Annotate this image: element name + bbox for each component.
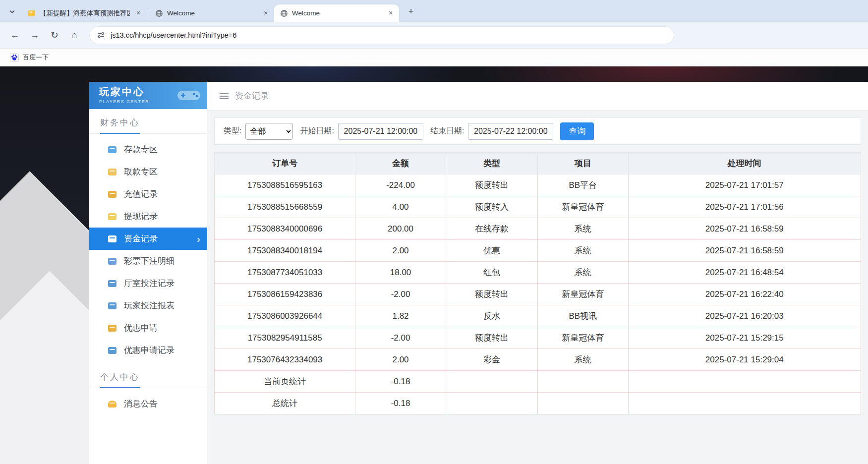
table-cell: 额度转出 [446,327,537,349]
menu-section-heading: 个人中心 [89,371,207,388]
sidebar-item-promo-records[interactable]: 优惠申请记录 [89,339,207,361]
table-cell: 在线存款 [446,218,537,240]
start-date-input[interactable] [338,123,423,140]
table-cell: 系统 [537,262,628,284]
back-button[interactable]: ← [6,26,24,44]
browser-tab-3-active[interactable]: Welcome × [274,4,399,22]
sidebar-item-recharge[interactable]: 充值记录 [89,183,207,205]
table-cell [628,371,861,393]
sidebar-item-label: 消息公告 [124,398,158,409]
end-date-label: 结束日期: [430,126,464,136]
sidebar-item-report[interactable]: 玩家投注报表 [89,294,207,317]
table-row: 17530764323340932.00彩金系统2025-07-21 15:29… [215,349,861,371]
tab-title: 【新提醒】海燕体育预测推荐区 [40,9,130,18]
browser-tab-2[interactable]: Welcome × [149,4,274,22]
table-cell: 2.00 [355,240,446,262]
table-cell: 额度转入 [446,196,537,218]
filter-bar: 类型: 全部 开始日期: 结束日期: 查询 [214,117,861,145]
table-cell: 2025-07-21 17:01:57 [628,174,861,196]
promo-icon [108,325,116,332]
tab-close-icon[interactable]: × [386,9,395,18]
table-cell: 彩金 [446,349,537,371]
sidebar-item-deposit[interactable]: 存款专区 [89,138,207,161]
table-cell [537,393,628,414]
site-info-icon[interactable] [97,31,105,39]
table-cell: 1753082954911585 [215,327,355,349]
sidebar-item-lottery[interactable]: 彩票下注明细 [89,250,207,272]
table-cell: 1753086003926644 [215,305,355,327]
chevron-down-icon [9,8,15,15]
table-cell: 系统 [537,349,628,371]
sidebar-item-cashout[interactable]: 提现记录 [89,205,207,228]
table-row: 1753088340000696200.00在线存款系统2025-07-21 1… [215,218,861,240]
table-cell: 2025-07-21 15:29:04 [628,349,861,371]
page-title: 资金记录 [235,90,269,102]
sidebar-item-label: 存款专区 [124,144,158,155]
table-row: 175308773405103318.00红包系统2025-07-21 16:4… [215,262,861,284]
table-cell: BB平台 [537,174,628,196]
table-cell [446,371,537,393]
funds-table: 订单号金额类型项目处理时间 1753088516595163-224.00额度转… [214,152,861,414]
table-cell: 2025-07-21 16:20:03 [628,305,861,327]
table-cell: BB视讯 [537,305,628,327]
sidebar-item-label: 资金记录 [124,233,158,244]
search-button[interactable]: 查询 [560,122,594,140]
promo-records-icon [108,347,116,354]
type-select[interactable]: 全部 [245,123,293,140]
sidebar-menu: 财务中心存款专区取款专区充值记录提现记录资金记录›彩票下注明细厅室投注记录玩家投… [89,109,207,417]
sidebar: 玩家中心 PLAYERS CENTER 财务中心存款专区取款专区充值记录提现记录… [89,82,207,464]
globe-icon [280,9,288,17]
table-cell: 新皇冠体育 [537,196,628,218]
table-cell: 1.82 [355,305,446,327]
table-cell: 2025-07-21 17:01:56 [628,196,861,218]
table-cell: -224.00 [355,174,446,196]
menu-toggle-icon[interactable] [220,93,229,99]
sidebar-item-label: 玩家投注报表 [124,300,174,311]
yellow-app-icon [28,9,36,17]
sidebar-item-promo[interactable]: 优惠申请 [89,317,207,339]
sidebar-item-withdraw[interactable]: 取款专区 [89,161,207,183]
tab-divider [148,8,148,17]
table-cell: 总统计 [215,393,355,414]
funds-icon [108,235,116,242]
table-cell: -2.00 [355,327,446,349]
table-cell: 额度转出 [446,284,537,305]
table-cell: 新皇冠体育 [537,284,628,305]
table-cell: 18.00 [355,262,446,284]
home-button[interactable]: ⌂ [65,26,83,44]
table-cell: 2025-07-21 15:29:15 [628,327,861,349]
table-row: 1753086159423836-2.00额度转出新皇冠体育2025-07-21… [215,284,861,305]
table-cell: 额度转出 [446,174,537,196]
address-bar[interactable]: js13.cc/hhcp/usercenter.html?iniType=6 [89,26,674,44]
browser-tab-1[interactable]: 【新提醒】海燕体育预测推荐区 × [22,4,147,22]
sidebar-item-label: 优惠申请记录 [124,345,174,356]
bookmark-label: 百度一下 [23,53,49,62]
tab-close-icon[interactable]: × [261,9,270,18]
url-text: js13.cc/hhcp/usercenter.html?iniType=6 [111,31,236,39]
tab-title: Welcome [292,9,382,17]
new-tab-button[interactable]: + [404,4,418,18]
table-cell: 当前页统计 [215,371,355,393]
reload-button[interactable]: ↻ [46,26,63,44]
sidebar-item-hall[interactable]: 厅室投注记录 [89,272,207,294]
table-row: 17530885156685594.00额度转入新皇冠体育2025-07-21 … [215,196,861,218]
table-cell: 2025-07-21 16:48:54 [628,262,861,284]
menu-list: 存款专区取款专区充值记录提现记录资金记录›彩票下注明细厅室投注记录玩家投注报表优… [89,134,207,363]
table-body: 1753088516595163-224.00额度转出BB平台2025-07-2… [215,174,861,414]
table-cell: 1753088516595163 [215,174,355,196]
forward-button[interactable]: → [26,26,44,44]
menu-section-heading: 财务中心 [89,117,207,134]
table-cell: 2025-07-21 16:58:59 [628,240,861,262]
sidebar-item-bell[interactable]: 消息公告 [89,393,207,415]
sidebar-item-funds[interactable]: 资金记录› [89,228,207,250]
table-cell: 1753076432334093 [215,349,355,371]
end-date-input[interactable] [468,123,553,140]
bookmark-baidu[interactable]: 百度一下 [6,51,53,64]
table-cell: 新皇冠体育 [537,327,628,349]
browser-chrome: 【新提醒】海燕体育预测推荐区 × Welcome × Welcome × + ←… [0,0,868,66]
table-cell [537,371,628,393]
tab-close-icon[interactable]: × [134,9,143,18]
main-content: 资金记录 类型: 全部 开始日期: 结束日期: 查询 [207,82,868,464]
tab-search-button[interactable] [5,4,19,18]
sidebar-item-label: 提现记录 [124,211,158,222]
